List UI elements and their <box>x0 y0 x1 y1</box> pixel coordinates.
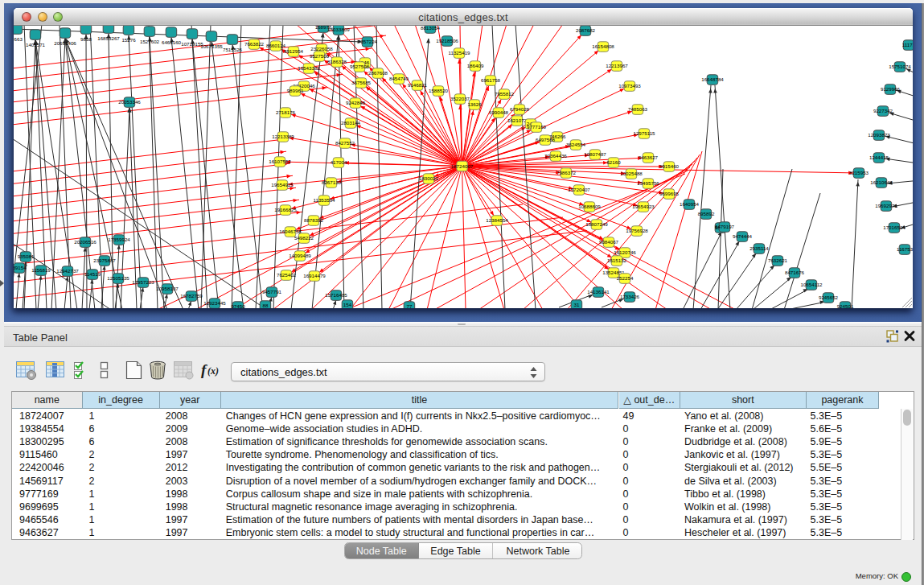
svg-text:9474444: 9474444 <box>733 233 753 239</box>
svg-text:1621072: 1621072 <box>507 117 528 123</box>
svg-text:20053346: 20053346 <box>118 99 141 105</box>
svg-text:19756928: 19756928 <box>626 228 648 233</box>
svg-text:20691406: 20691406 <box>54 40 76 46</box>
svg-text:16914479: 16914479 <box>303 273 326 278</box>
svg-text:14099489: 14099489 <box>289 253 311 258</box>
svg-text:10025488: 10025488 <box>620 171 643 176</box>
svg-text:9527508: 9527508 <box>350 64 370 69</box>
svg-text:116753: 116753 <box>897 246 913 252</box>
svg-text:9699695: 9699695 <box>659 191 680 196</box>
svg-text:10807487: 10807487 <box>584 151 606 157</box>
svg-text:14136141: 14136141 <box>587 289 610 295</box>
svg-text:18724007: 18724007 <box>451 163 474 169</box>
svg-text:186409: 186409 <box>467 63 484 68</box>
svg-text:154: 154 <box>343 302 352 307</box>
svg-text:17016504: 17016504 <box>883 225 906 230</box>
svg-text:11173: 11173 <box>902 42 913 47</box>
svg-text:12942737: 12942737 <box>56 268 79 274</box>
svg-text:15276: 15276 <box>121 37 136 43</box>
svg-text:2087682: 2087682 <box>576 27 596 33</box>
svg-text:7663822: 7663822 <box>244 41 265 47</box>
svg-text:7625402: 7625402 <box>277 272 297 278</box>
svg-text:1156819: 1156819 <box>31 267 51 273</box>
svg-text:19166825: 19166825 <box>274 207 297 212</box>
svg-text:8267130: 8267130 <box>322 179 342 185</box>
svg-text:16648784: 16648784 <box>701 76 724 82</box>
svg-text:12093873: 12093873 <box>868 132 890 138</box>
svg-text:2718176: 2718176 <box>276 109 296 115</box>
svg-text:(x): (x) <box>207 365 219 377</box>
svg-text:16782759: 16782759 <box>180 293 203 299</box>
svg-text:7357224: 7357224 <box>358 39 378 44</box>
svg-text:15495756: 15495756 <box>637 180 659 186</box>
svg-text:7986372: 7986372 <box>556 170 577 175</box>
svg-text:19692971: 19692971 <box>875 203 897 208</box>
svg-text:19218506: 19218506 <box>436 38 458 43</box>
svg-text:8454749: 8454749 <box>389 76 409 81</box>
svg-text:8912954: 8912954 <box>284 48 304 54</box>
svg-text:23975887: 23975887 <box>93 257 116 263</box>
svg-text:9245652: 9245652 <box>819 295 839 300</box>
svg-text:9457791: 9457791 <box>262 289 282 295</box>
svg-text:7632621: 7632621 <box>768 257 788 263</box>
svg-text:7955812: 7955812 <box>495 91 515 97</box>
svg-text:62160: 62160 <box>606 159 621 165</box>
svg-text:3624554: 3624554 <box>566 142 586 147</box>
svg-text:f: f <box>201 361 207 378</box>
svg-text:16107552: 16107552 <box>269 159 291 164</box>
svg-text:9129966: 9129966 <box>881 86 901 92</box>
svg-text:16046758: 16046758 <box>279 229 302 234</box>
svg-text:9227342: 9227342 <box>873 108 893 113</box>
svg-text:8186328: 8186328 <box>327 59 347 64</box>
svg-text:6961758: 6961758 <box>481 77 501 83</box>
svg-text:6497568: 6497568 <box>536 137 556 142</box>
svg-text:8813054: 8813054 <box>421 26 441 31</box>
svg-text:15716485: 15716485 <box>325 292 347 298</box>
svg-text:8215953: 8215953 <box>849 170 869 175</box>
svg-text:10688609: 10688609 <box>578 204 601 209</box>
svg-text:9527506: 9527506 <box>310 53 330 59</box>
svg-text:6990448: 6990448 <box>489 109 509 115</box>
svg-text:16210643: 16210643 <box>870 179 893 185</box>
svg-text:16120746: 16120746 <box>614 249 636 255</box>
svg-text:935081: 935081 <box>18 253 35 259</box>
svg-text:12213967: 12213967 <box>606 63 628 68</box>
svg-text:2663: 2663 <box>14 36 23 42</box>
svg-text:1244415: 1244415 <box>869 154 889 160</box>
svg-text:2803144: 2803144 <box>341 120 361 126</box>
svg-text:5498222: 5498222 <box>294 235 314 241</box>
svg-text:6466160: 6466160 <box>162 39 182 45</box>
svg-text:77: 77 <box>407 303 413 308</box>
svg-text:7515526: 7515526 <box>223 47 243 52</box>
svg-text:12213389: 12213389 <box>272 134 294 139</box>
svg-text:12975115: 12975115 <box>633 130 655 136</box>
svg-text:1733426: 1733426 <box>620 294 640 299</box>
svg-text:9084067: 9084067 <box>599 239 619 245</box>
svg-text:3522037: 3522037 <box>450 96 470 101</box>
svg-text:12923445: 12923445 <box>203 300 226 306</box>
svg-text:13626: 13626 <box>467 101 482 107</box>
svg-text:15751074: 15751074 <box>889 64 911 69</box>
svg-text:9915460: 9915460 <box>659 163 680 169</box>
svg-text:20206516: 20206516 <box>74 239 97 245</box>
svg-text:10973493: 10973493 <box>618 83 641 89</box>
svg-text:9463627: 9463627 <box>639 154 659 160</box>
svg-text:19654923: 19654923 <box>632 204 655 209</box>
svg-text:16853267: 16853267 <box>97 35 120 41</box>
svg-text:6479197: 6479197 <box>715 224 735 229</box>
svg-text:9146821: 9146821 <box>408 82 428 88</box>
svg-text:417004: 417004 <box>331 159 347 165</box>
svg-text:10654112: 10654112 <box>800 282 823 287</box>
svg-text:1830021: 1830021 <box>419 175 439 181</box>
svg-text:39154: 39154 <box>14 265 27 270</box>
svg-text:8427552: 8427552 <box>335 140 355 146</box>
svg-text:97450: 97450 <box>231 303 245 308</box>
svg-text:9858: 9858 <box>80 36 92 42</box>
svg-text:18807249: 18807249 <box>585 221 608 227</box>
svg-text:9242848: 9242848 <box>346 100 366 105</box>
svg-text:8660124: 8660124 <box>266 43 286 48</box>
svg-text:16033809: 16033809 <box>327 27 350 32</box>
svg-text:6794028: 6794028 <box>510 106 530 112</box>
svg-text:19654925: 19654925 <box>271 182 294 187</box>
svg-text:15720407: 15720407 <box>568 187 590 192</box>
